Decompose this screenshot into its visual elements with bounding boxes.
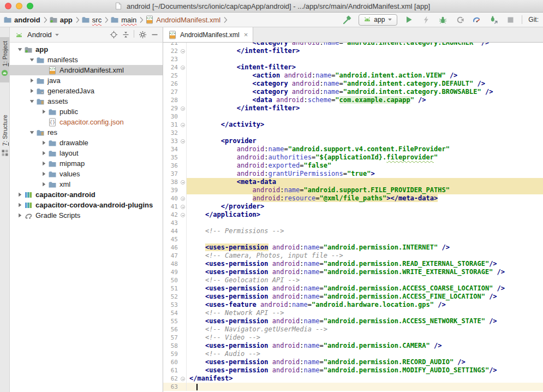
hide-panel-icon[interactable]	[150, 31, 159, 39]
tree-item-mipmap[interactable]: mipmap	[10, 158, 163, 169]
code-line-56[interactable]: 56 <!-- Navigator.getUserMedia -->	[163, 325, 543, 334]
breadcrumb-item-app[interactable]: app	[49, 15, 73, 24]
run-icon[interactable]	[403, 14, 414, 25]
tree-expand-icon[interactable]	[40, 151, 47, 156]
fold-marker-icon[interactable]	[180, 104, 187, 112]
code-line-43[interactable]: 43	[163, 219, 543, 227]
tree-expand-icon[interactable]	[40, 109, 47, 114]
code-line-37[interactable]: 37 android:grantUriPermissions="true">	[163, 170, 543, 178]
code-line-55[interactable]: 55 <uses-permission android:name="androi…	[163, 317, 543, 325]
attach-debugger-icon[interactable]	[488, 14, 499, 25]
tree-item-gradle-scripts[interactable]: Gradle Scripts	[10, 210, 163, 221]
code-line-42[interactable]: 42 </application>	[163, 211, 543, 219]
settings-gear-icon[interactable]	[138, 31, 147, 39]
breadcrumb-item-main[interactable]: main	[110, 15, 136, 24]
code-line-38[interactable]: 38 <meta-data	[163, 178, 543, 186]
tree-expand-icon[interactable]	[28, 78, 35, 83]
code-line-29[interactable]: 29 </intent-filter>	[163, 104, 543, 112]
chevron-down-icon[interactable]	[55, 29, 60, 40]
code-line-28[interactable]: 28 <data android:scheme="com.example.cap…	[163, 96, 543, 104]
code-line-35[interactable]: 35 android:authorities="${applicationId}…	[163, 153, 543, 162]
code-line-61[interactable]: 61 <uses-permission android:name="androi…	[163, 366, 543, 375]
code-line-40[interactable]: 40 android:resource="@xml/file_paths"></…	[163, 194, 543, 203]
code-line-49[interactable]: 49 <uses-permission android:name="androi…	[163, 268, 543, 276]
code-line-33[interactable]: 33 <provider	[163, 137, 543, 145]
fold-marker-icon[interactable]	[180, 121, 187, 129]
code-line-30[interactable]: 30	[163, 112, 543, 121]
tree-expand-icon[interactable]	[16, 213, 23, 218]
code-editor[interactable]: 21 <category android:name="android.inten…	[163, 43, 543, 392]
tree-item-layout[interactable]: layout	[10, 148, 163, 158]
fold-marker-icon[interactable]	[180, 194, 187, 203]
stop-icon[interactable]	[505, 14, 516, 25]
code-line-27[interactable]: 27 <category android:name="android.inten…	[163, 88, 543, 96]
tree-expand-icon[interactable]	[16, 203, 23, 207]
fold-marker-icon[interactable]	[180, 63, 187, 72]
fold-marker-icon[interactable]	[180, 203, 187, 211]
code-line-52[interactable]: 52 <uses-permission android:name="androi…	[163, 293, 543, 301]
fold-marker-icon[interactable]	[180, 375, 187, 383]
tree-item-java[interactable]: java	[10, 75, 163, 86]
tool-stripe-tab-structure[interactable]: 7: Structure	[0, 111, 9, 162]
fold-marker-icon[interactable]	[180, 211, 187, 219]
build-hammer-icon[interactable]	[342, 14, 353, 25]
code-line-47[interactable]: 47 <!-- Camera, Photos, input file -->	[163, 252, 543, 260]
code-line-45[interactable]: 45	[163, 235, 543, 243]
tree-expand-icon[interactable]	[40, 140, 47, 145]
tree-expand-icon[interactable]	[40, 161, 47, 166]
code-line-39[interactable]: 39 android:name="android.support.FILE_PR…	[163, 186, 543, 194]
code-line-23[interactable]: 23	[163, 55, 543, 63]
code-line-57[interactable]: 57 <!-- Video -->	[163, 334, 543, 342]
code-line-54[interactable]: 54 <!-- Network API -->	[163, 309, 543, 317]
code-line-51[interactable]: 51 <uses-permission android:name="androi…	[163, 284, 543, 293]
tree-item-xml[interactable]: xml	[10, 179, 163, 189]
tree-item-capacitor-config-json[interactable]: {}capacitor.config.json	[10, 117, 163, 127]
git-widget[interactable]: Git:	[528, 16, 539, 23]
code-line-22[interactable]: 22 </intent-filter>	[163, 47, 543, 55]
tree-item-values[interactable]: values	[10, 169, 163, 179]
tree-expand-icon[interactable]	[28, 57, 35, 62]
code-line-63[interactable]: 63	[163, 383, 543, 391]
code-line-32[interactable]: 32	[163, 129, 543, 137]
tool-stripe-tab-project[interactable]: 1: Project	[0, 37, 9, 82]
tree-item-capacitor-android[interactable]: capacitor-android	[10, 189, 163, 200]
debug-icon[interactable]	[437, 14, 448, 25]
code-line-53[interactable]: 53 <uses-feature android:name="android.h…	[163, 301, 543, 309]
code-line-59[interactable]: 59 <!-- Audio -->	[163, 350, 543, 358]
minimize-window-button[interactable]	[16, 3, 22, 9]
code-line-46[interactable]: 46 <uses-permission android:name="androi…	[163, 243, 543, 252]
tree-item-res[interactable]: res	[10, 127, 163, 138]
code-line-48[interactable]: 48 <uses-permission android:name="androi…	[163, 260, 543, 268]
collapse-all-icon[interactable]	[121, 31, 130, 39]
project-view-selector[interactable]: Android	[27, 31, 52, 39]
tree-expand-icon[interactable]	[16, 47, 23, 52]
close-icon[interactable]: ×	[244, 31, 248, 38]
profile-icon[interactable]	[454, 14, 465, 25]
code-line-36[interactable]: 36 android:exported="false"	[163, 162, 543, 170]
tree-expand-icon[interactable]	[40, 171, 47, 176]
tree-item-capacitor-cordova-android-plugins[interactable]: capacitor-cordova-android-plugins	[10, 200, 163, 210]
fold-marker-icon[interactable]	[180, 178, 187, 186]
tree-expand-icon[interactable]	[28, 99, 35, 104]
code-line-25[interactable]: 25 <action android:name="android.intent.…	[163, 72, 543, 80]
breadcrumb-item-androidmanifest-xml[interactable]: </>AndroidManifest.xml	[145, 15, 220, 24]
tree-item-androidmanifest-xml[interactable]: </>AndroidManifest.xml	[10, 65, 163, 75]
tree-expand-icon[interactable]	[28, 88, 35, 93]
code-line-60[interactable]: 60 <uses-permission android:name="androi…	[163, 358, 543, 366]
tree-item-public[interactable]: public	[10, 106, 163, 117]
close-window-button[interactable]	[5, 3, 11, 9]
code-line-34[interactable]: 34 android:name="android.support.v4.cont…	[163, 145, 543, 153]
code-line-62[interactable]: 62</manifest>	[163, 375, 543, 383]
tree-expand-icon[interactable]	[40, 182, 47, 187]
locate-target-icon[interactable]	[109, 31, 118, 39]
code-line-41[interactable]: 41 </provider>	[163, 203, 543, 211]
breadcrumb-item-android[interactable]: android	[3, 15, 40, 24]
fold-marker-icon[interactable]	[180, 47, 187, 55]
code-line-31[interactable]: 31 </activity>	[163, 121, 543, 129]
code-line-21[interactable]: 21 <category android:name="android.inten…	[163, 43, 543, 47]
tree-item-manifests[interactable]: manifests	[10, 55, 163, 65]
breadcrumb-item-src[interactable]: src	[81, 15, 102, 24]
fold-marker-icon[interactable]	[180, 137, 187, 145]
code-line-50[interactable]: 50 <!-- Geolocation API -->	[163, 276, 543, 284]
tree-expand-icon[interactable]	[28, 130, 35, 135]
